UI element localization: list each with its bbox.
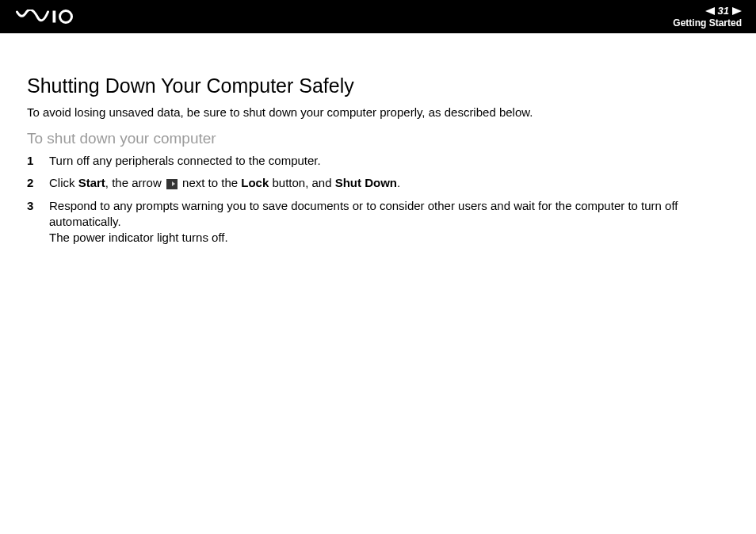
- step-text: Click Start, the arrow next to the Lock …: [49, 175, 729, 191]
- step-item: 2 Click Start, the arrow next to the Loc…: [27, 175, 729, 191]
- svg-point-1: [60, 11, 72, 23]
- step-text: Respond to any prompts warning you to sa…: [49, 198, 729, 246]
- page-number: 31: [718, 5, 729, 17]
- step-text: Turn off any peripherals connected to th…: [49, 153, 729, 169]
- vaio-logo: [16, 10, 87, 24]
- header-bar: 31 Getting Started: [0, 0, 756, 33]
- step-item: 3 Respond to any prompts warning you to …: [27, 198, 729, 246]
- steps-list: 1 Turn off any peripherals connected to …: [27, 153, 729, 246]
- step-item: 1 Turn off any peripherals connected to …: [27, 153, 729, 169]
- content: Shutting Down Your Computer Safely To av…: [0, 33, 756, 246]
- nav-prev-icon[interactable]: [705, 7, 715, 15]
- page-title: Shutting Down Your Computer Safely: [27, 74, 729, 97]
- section-name: Getting Started: [673, 17, 742, 29]
- subheading: To shut down your computer: [27, 130, 729, 147]
- step-number: 2: [27, 175, 49, 191]
- header-right: 31 Getting Started: [673, 5, 742, 29]
- arrow-icon: [166, 179, 178, 189]
- nav-next-icon[interactable]: [732, 7, 742, 15]
- page-nav: 31: [705, 5, 742, 17]
- step-number: 1: [27, 153, 49, 169]
- svg-rect-0: [53, 11, 56, 23]
- step-number: 3: [27, 198, 49, 214]
- intro-text: To avoid losing unsaved data, be sure to…: [27, 105, 729, 119]
